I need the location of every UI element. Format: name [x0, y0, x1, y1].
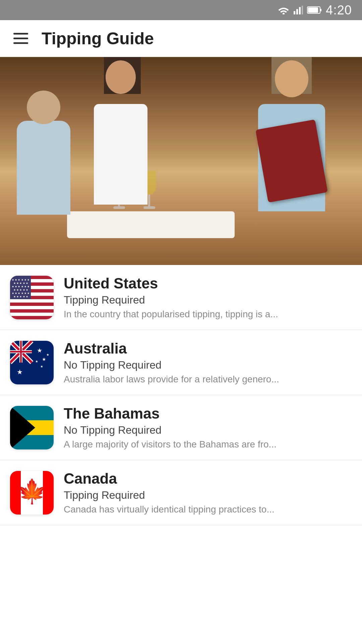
svg-rect-1: [294, 11, 295, 14]
country-name-au: Australia: [64, 340, 352, 357]
svg-text:★ ★ ★ ★ ★: ★ ★ ★ ★ ★: [13, 282, 28, 285]
svg-rect-2: [296, 9, 298, 14]
hamburger-menu-button[interactable]: [10, 30, 32, 47]
svg-text:★ ★ ★ ★ ★ ★: ★ ★ ★ ★ ★ ★: [12, 292, 29, 295]
svg-point-0: [283, 13, 285, 14]
svg-text:★: ★: [40, 365, 43, 368]
svg-rect-13: [10, 306, 54, 309]
svg-text:★: ★: [46, 353, 49, 357]
hamburger-line-2: [13, 38, 28, 39]
customer-back-person: [10, 91, 77, 218]
country-info-au: Australia No Tipping Required Australia …: [64, 340, 352, 385]
country-name-us: United States: [64, 275, 352, 292]
svg-text:★ ★ ★ ★ ★ ★: ★ ★ ★ ★ ★ ★: [12, 278, 29, 281]
status-icons: 4:20: [278, 3, 352, 17]
tipping-status-us: Tipping Required: [64, 294, 352, 306]
svg-text:★: ★: [42, 357, 46, 362]
svg-rect-14: [10, 313, 54, 316]
status-time: 4:20: [326, 3, 352, 17]
bs-flag-svg: [10, 406, 54, 449]
country-desc-ca: Canada has virtually identical tipping p…: [64, 504, 339, 515]
us-flag-svg: ★ ★ ★ ★ ★ ★ ★ ★ ★ ★ ★ ★ ★ ★ ★ ★ ★ ★ ★ ★ …: [10, 276, 54, 319]
svg-rect-3: [299, 7, 301, 14]
au-flag-svg: ★ ★ ★ ★ ★ ★: [10, 341, 54, 384]
svg-text:★: ★: [17, 368, 23, 376]
svg-rect-30: [10, 351, 32, 353]
tipping-status-au: No Tipping Required: [64, 359, 352, 371]
svg-text:★: ★: [37, 347, 42, 354]
country-list: ★ ★ ★ ★ ★ ★ ★ ★ ★ ★ ★ ★ ★ ★ ★ ★ ★ ★ ★ ★ …: [0, 265, 362, 525]
flag-ca: 🍁: [10, 471, 54, 515]
country-desc-au: Australia labor laws provide for a relat…: [64, 374, 339, 385]
country-name-bs: The Bahamas: [64, 405, 352, 422]
svg-rect-6: [308, 7, 318, 13]
country-item-au[interactable]: ★ ★ ★ ★ ★ ★ Australia No Tipping Require…: [0, 330, 362, 395]
wifi-icon: [278, 6, 290, 14]
flag-bs: [10, 406, 54, 449]
tipping-status-ca: Tipping Required: [64, 489, 352, 501]
country-info-ca: Canada Tipping Required Canada has virtu…: [64, 470, 352, 515]
battery-icon: [307, 6, 322, 14]
menu-prop: [255, 119, 327, 203]
tipping-status-bs: No Tipping Required: [64, 424, 352, 436]
waitress-figure: [84, 84, 158, 238]
signal-icon: [294, 6, 303, 14]
svg-text:★ ★ ★ ★ ★: ★ ★ ★ ★ ★: [13, 295, 28, 298]
status-bar: 4:20: [0, 0, 362, 20]
country-item-bs[interactable]: The Bahamas No Tipping Required A large …: [0, 395, 362, 460]
svg-text:★: ★: [35, 360, 38, 363]
ca-flag-svg: 🍁: [10, 471, 54, 515]
hamburger-line-3: [13, 42, 28, 44]
svg-text:★ ★ ★ ★ ★ ★: ★ ★ ★ ★ ★ ★: [12, 285, 29, 288]
country-desc-bs: A large majority of visitors to the Baha…: [64, 439, 339, 450]
flag-us: ★ ★ ★ ★ ★ ★ ★ ★ ★ ★ ★ ★ ★ ★ ★ ★ ★ ★ ★ ★ …: [10, 276, 54, 319]
svg-rect-12: [10, 299, 54, 303]
svg-text:★ ★ ★ ★ ★: ★ ★ ★ ★ ★: [13, 288, 28, 291]
hamburger-line-1: [13, 33, 28, 35]
hero-image: [0, 57, 362, 265]
svg-rect-7: [320, 9, 321, 11]
country-desc-us: In the country that popularised tipping,…: [64, 309, 339, 320]
flag-au: ★ ★ ★ ★ ★ ★: [10, 341, 54, 384]
country-item-ca[interactable]: 🍁 Canada Tipping Required Canada has vir…: [0, 460, 362, 525]
svg-text:🍁: 🍁: [17, 478, 47, 505]
app-title: Tipping Guide: [42, 29, 154, 48]
country-info-bs: The Bahamas No Tipping Required A large …: [64, 405, 352, 450]
app-bar: Tipping Guide: [0, 20, 362, 57]
svg-rect-4: [302, 6, 303, 14]
country-name-ca: Canada: [64, 470, 352, 487]
country-info-us: United States Tipping Required In the co…: [64, 275, 352, 320]
country-item-us[interactable]: ★ ★ ★ ★ ★ ★ ★ ★ ★ ★ ★ ★ ★ ★ ★ ★ ★ ★ ★ ★ …: [0, 265, 362, 330]
